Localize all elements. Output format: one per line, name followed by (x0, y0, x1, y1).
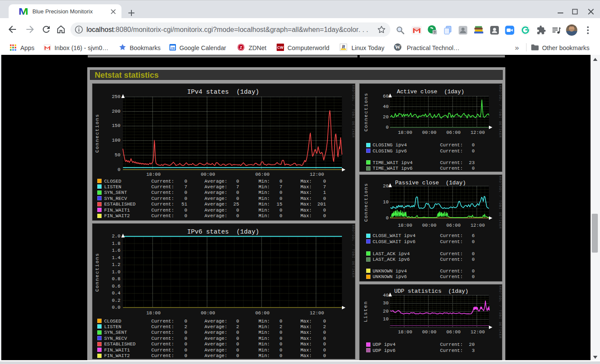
svg-text:lt: lt (342, 44, 345, 49)
svg-text:?: ? (434, 30, 436, 35)
svg-text:M: M (19, 6, 28, 16)
svg-text:Z: Z (240, 45, 243, 50)
svg-text:CW: CW (277, 45, 284, 50)
svg-text:28: 28 (171, 46, 175, 50)
svg-text:W: W (395, 44, 401, 50)
